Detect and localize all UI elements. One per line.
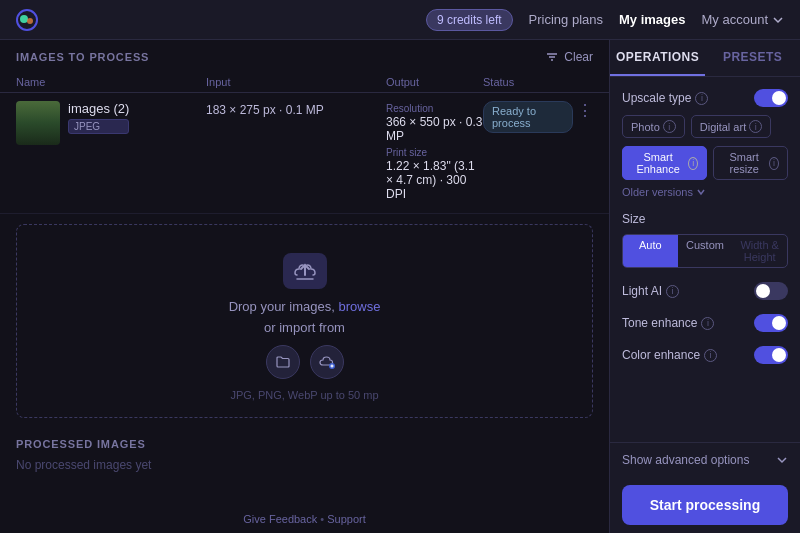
col-output: Output [386, 76, 483, 88]
color-enhance-info-icon[interactable]: i [704, 349, 717, 362]
digital-art-type-button[interactable]: Digital art i [691, 115, 771, 138]
credits-badge[interactable]: 9 credits left [426, 9, 513, 31]
resolution-label: Resolution [386, 103, 483, 114]
app-logo [16, 9, 38, 31]
upload-icon [293, 261, 317, 281]
processed-section: PROCESSED IMAGES No processed images yet [0, 428, 609, 476]
more-options-button[interactable]: ⋮ [573, 101, 593, 120]
main-layout: IMAGES TO PROCESS Clear Name Input Outpu… [0, 40, 800, 533]
tone-enhance-label: Tone enhance i [622, 316, 714, 330]
light-ai-toggle[interactable] [754, 282, 788, 300]
color-enhance-toggle[interactable] [754, 346, 788, 364]
folder-icon [275, 354, 291, 370]
size-buttons: Auto Custom Width & Height [622, 234, 788, 268]
size-label: Size [622, 212, 788, 226]
clear-label: Clear [564, 50, 593, 64]
svg-point-1 [20, 15, 28, 23]
svg-point-2 [27, 18, 33, 24]
chevron-down-icon [776, 454, 788, 466]
no-processed-text: No processed images yet [16, 458, 593, 472]
pricing-plans-link[interactable]: Pricing plans [529, 12, 603, 27]
file-info: images (2) JPEG [16, 101, 206, 145]
my-images-link[interactable]: My images [619, 12, 685, 27]
advanced-options-label: Show advanced options [622, 453, 749, 467]
drop-zone[interactable]: Drop your images, browse or import from [16, 224, 593, 418]
top-nav: 9 credits left Pricing plans My images M… [0, 0, 800, 40]
browse-link[interactable]: browse [338, 299, 380, 314]
resolution-value: 366 × 550 px · 0.3 MP [386, 115, 483, 143]
smart-enhance-info-icon[interactable]: i [688, 157, 698, 170]
start-processing-button[interactable]: Start processing [622, 485, 788, 525]
upscale-info-icon[interactable]: i [695, 92, 708, 105]
wh-size-button[interactable]: Width & Height [732, 235, 787, 267]
upscale-row: Upscale type i [622, 89, 788, 107]
tone-enhance-info-icon[interactable]: i [701, 317, 714, 330]
images-section-title: IMAGES TO PROCESS [16, 51, 149, 63]
custom-size-button[interactable]: Custom [678, 235, 733, 267]
smart-resize-button[interactable]: Smart resize i [713, 146, 788, 180]
right-panel: OPERATIONS PRESETS Upscale type i [610, 40, 800, 533]
table-row: images (2) JPEG 183 × 275 px · 0.1 MP Re… [0, 93, 609, 214]
file-type-badge: JPEG [68, 119, 129, 134]
upscale-toggle[interactable] [754, 89, 788, 107]
smart-resize-info-icon[interactable]: i [769, 157, 779, 170]
table-header: Name Input Output Status [0, 72, 609, 93]
processed-title: PROCESSED IMAGES [16, 438, 593, 450]
file-name: images (2) [68, 101, 129, 116]
print-size-value: 1.22 × 1.83" (3.1 × 4.7 cm) · 300 DPI [386, 159, 483, 201]
photo-type-button[interactable]: Photo i [622, 115, 685, 138]
cloud-icon [319, 354, 335, 370]
upload-icon-wrap [283, 253, 327, 289]
tab-operations[interactable]: OPERATIONS [610, 40, 705, 76]
digital-art-info-icon[interactable]: i [749, 120, 762, 133]
folder-import-button[interactable] [266, 345, 300, 379]
older-versions-button[interactable]: Older versions [622, 186, 788, 198]
tone-enhance-row: Tone enhance i [622, 314, 788, 332]
feedback-bar: Give Feedback • Support [0, 505, 609, 533]
upscale-type-section: Upscale type i Photo i Digital art i [622, 89, 788, 198]
print-size-label: Print size [386, 147, 483, 158]
light-ai-info-icon[interactable]: i [666, 285, 679, 298]
tab-presets[interactable]: PRESETS [705, 40, 800, 76]
input-dimensions: 183 × 275 px · 0.1 MP [206, 101, 386, 117]
col-name: Name [16, 76, 206, 88]
my-account-menu[interactable]: My account [702, 12, 784, 27]
col-input: Input [206, 76, 386, 88]
output-info: Resolution 366 × 550 px · 0.3 MP Print s… [386, 101, 483, 205]
status-badge: Ready to process [483, 101, 573, 133]
color-enhance-label: Color enhance i [622, 348, 717, 362]
file-thumbnail [16, 101, 60, 145]
tone-enhance-toggle[interactable] [754, 314, 788, 332]
smart-enhance-button[interactable]: Smart Enhance i [622, 146, 707, 180]
my-account-label: My account [702, 12, 768, 27]
file-details: images (2) JPEG [68, 101, 129, 134]
col-status: Status [483, 76, 573, 88]
auto-size-button[interactable]: Auto [623, 235, 678, 267]
chevron-down-icon [772, 14, 784, 26]
light-ai-label: Light AI i [622, 284, 679, 298]
clear-button[interactable]: Clear [545, 50, 593, 64]
operations-content: Upscale type i Photo i Digital art i [610, 77, 800, 442]
photo-info-icon[interactable]: i [663, 120, 676, 133]
feedback-link[interactable]: Give Feedback [243, 513, 317, 525]
chevron-down-icon [696, 187, 706, 197]
drop-text: Drop your images, browse [229, 299, 381, 314]
enhance-buttons: Smart Enhance i Smart resize i [622, 146, 788, 180]
filter-icon [545, 50, 559, 64]
cloud-import-button[interactable] [310, 345, 344, 379]
status-cell: Ready to process [483, 101, 573, 133]
import-from-text: or import from [264, 320, 345, 335]
images-header: IMAGES TO PROCESS Clear [0, 40, 609, 72]
support-link[interactable]: Support [327, 513, 366, 525]
import-icons [266, 345, 344, 379]
left-panel: IMAGES TO PROCESS Clear Name Input Outpu… [0, 40, 610, 533]
light-ai-row: Light AI i [622, 282, 788, 300]
upscale-label: Upscale type i [622, 91, 708, 105]
type-buttons: Photo i Digital art i [622, 115, 788, 138]
color-enhance-row: Color enhance i [622, 346, 788, 364]
drop-hint: JPG, PNG, WebP up to 50 mp [230, 389, 378, 401]
advanced-options-button[interactable]: Show advanced options [610, 442, 800, 477]
panel-tabs: OPERATIONS PRESETS [610, 40, 800, 77]
size-section: Size Auto Custom Width & Height [622, 212, 788, 268]
